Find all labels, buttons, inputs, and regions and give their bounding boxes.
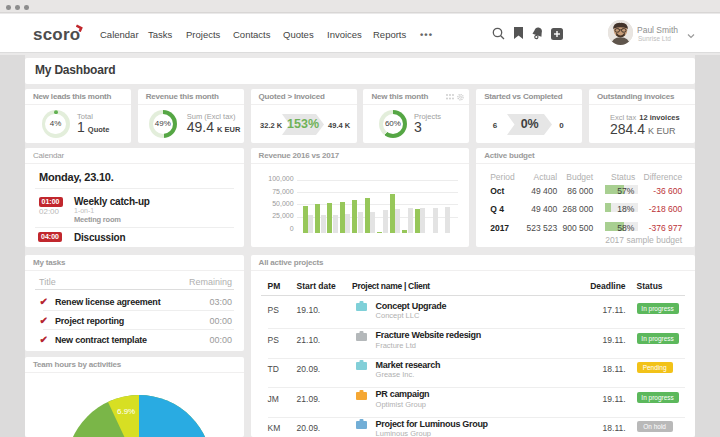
svg-text:6.9%: 6.9% [117, 407, 135, 416]
